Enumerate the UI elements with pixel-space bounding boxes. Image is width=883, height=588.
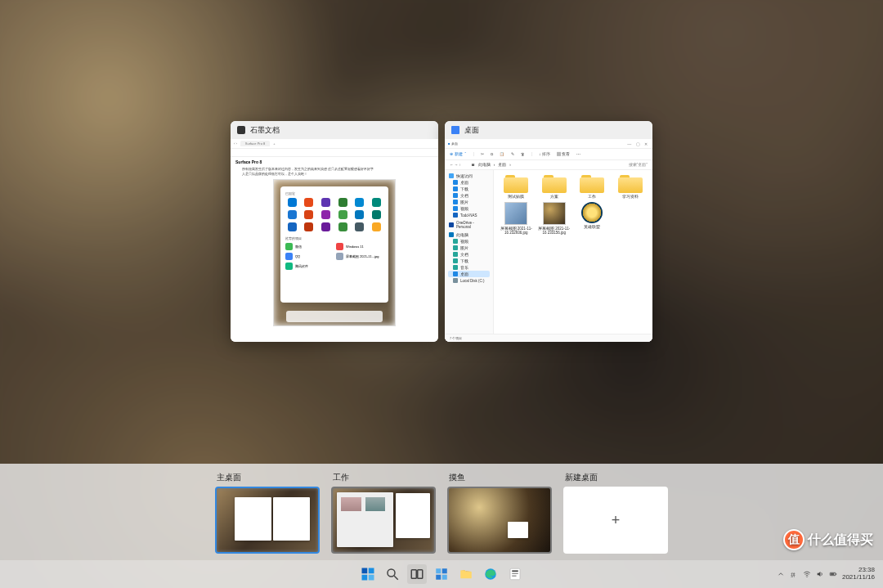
- doc-paragraph: 人是只以品牌的处理低它可以，是个人我吧！: [231, 172, 438, 177]
- svg-line-5: [394, 576, 398, 580]
- virtual-desktop-main[interactable]: 主桌面: [215, 472, 320, 554]
- svg-rect-16: [512, 576, 516, 577]
- task-view-button[interactable]: [407, 564, 427, 584]
- explorer-content: 测试贴膜 方案 工作 学习资料 屏幕截图 2021-11-16 232936.j…: [494, 170, 652, 342]
- svg-rect-7: [418, 570, 423, 579]
- virtual-desktops-tray: 主桌面 工作 摸鱼 新建桌面 +: [0, 464, 883, 560]
- doc-toolbar: [231, 149, 438, 157]
- start-pinned-heading: 已固定: [285, 191, 383, 195]
- svg-rect-9: [442, 568, 447, 573]
- browser-tabstrip: ‹ › Surface Pro 8 +: [231, 139, 438, 149]
- preview-title-bar: 石墨文档: [231, 121, 438, 139]
- doc-title: Surface Pro 8: [231, 157, 438, 167]
- svg-text:拼: 拼: [791, 572, 796, 577]
- task-view-previews: 石墨文档 ‹ › Surface Pro 8 + Surface Pro 8 所…: [0, 121, 883, 342]
- svg-rect-11: [442, 575, 447, 580]
- svg-rect-2: [362, 575, 368, 581]
- preview-title-bar: 桌面: [445, 121, 652, 139]
- preview-shimo-docs[interactable]: 石墨文档 ‹ › Surface Pro 8 + Surface Pro 8 所…: [231, 121, 438, 342]
- battery-icon[interactable]: [829, 570, 837, 578]
- embedded-screenshot: 已固定 推荐的项目 微信 QQ 腾讯软件: [273, 179, 396, 326]
- smzdm-badge-icon: 值: [783, 529, 805, 550]
- browser-tab: Surface Pro 8: [240, 141, 270, 146]
- virtual-desktop-work[interactable]: 工作: [331, 472, 436, 554]
- svg-rect-14: [512, 571, 518, 572]
- svg-point-4: [388, 569, 395, 577]
- svg-rect-21: [831, 573, 834, 575]
- svg-rect-20: [836, 573, 836, 575]
- volume-icon[interactable]: [816, 570, 824, 578]
- plus-icon[interactable]: +: [563, 487, 668, 554]
- explorer-icon[interactable]: [456, 564, 476, 584]
- svg-rect-8: [436, 568, 441, 573]
- svg-rect-15: [512, 573, 518, 575]
- svg-rect-3: [369, 575, 374, 581]
- app-icon: [237, 126, 245, 134]
- preview-body: ■ 桌面 — ▢ ✕ ⊕ 新建 ˅ | ✂⧉📋✎🗑 | ↕ 排序 ▦ 查看 ⋯ …: [445, 139, 652, 342]
- preview-title-text: 石墨文档: [250, 125, 280, 136]
- explorer-statusbar: 7 个项目: [445, 334, 652, 342]
- search-icon[interactable]: [383, 564, 402, 584]
- smzdm-watermark: 值 什么值得买: [783, 529, 873, 550]
- virtual-desktop-new[interactable]: 新建桌面 +: [563, 472, 668, 554]
- start-recommended-heading: 推荐的项目: [285, 236, 333, 240]
- virtual-desktop-moyu[interactable]: 摸鱼: [447, 472, 552, 554]
- widgets-button[interactable]: [432, 564, 451, 584]
- svg-rect-1: [369, 568, 374, 574]
- preview-body: ‹ › Surface Pro 8 + Surface Pro 8 所有距离发生…: [231, 139, 438, 342]
- shimo-icon[interactable]: [505, 564, 525, 584]
- taskbar: 拼 23:38 2021/11/16: [0, 560, 883, 588]
- clock[interactable]: 23:38 2021/11/16: [842, 567, 875, 581]
- start-button[interactable]: [358, 564, 378, 584]
- svg-rect-0: [362, 568, 368, 574]
- preview-title-text: 桌面: [464, 125, 479, 136]
- ime-icon[interactable]: 拼: [790, 570, 798, 578]
- folder-icon: [451, 126, 459, 134]
- explorer-sidebar: 快速访问 桌面 下载 文档 图片 视频 Todd-NAS OneDrive - …: [445, 170, 494, 342]
- system-tray[interactable]: 拼 23:38 2021/11/16: [777, 567, 875, 581]
- explorer-titlebar: ■ 桌面 — ▢ ✕: [445, 139, 652, 149]
- ribbon-new: ⊕ 新建 ˅: [450, 152, 467, 156]
- edge-icon[interactable]: [481, 564, 500, 584]
- wifi-icon[interactable]: [803, 570, 811, 578]
- explorer-breadcrumb: ← → ↑ 🖥 此电脑 › 桌面 › 搜索"桌面": [445, 160, 652, 170]
- svg-rect-6: [411, 570, 416, 579]
- preview-explorer[interactable]: 桌面 ■ 桌面 — ▢ ✕ ⊕ 新建 ˅ | ✂⧉📋✎🗑 | ↕ 排序 ▦ 查看…: [445, 121, 652, 342]
- svg-rect-10: [436, 575, 441, 580]
- smzdm-text: 什么值得买: [808, 532, 873, 549]
- explorer-ribbon: ⊕ 新建 ˅ | ✂⧉📋✎🗑 | ↕ 排序 ▦ 查看 ⋯: [445, 149, 652, 160]
- chevron-up-icon[interactable]: [777, 570, 785, 578]
- svg-point-18: [806, 577, 807, 577]
